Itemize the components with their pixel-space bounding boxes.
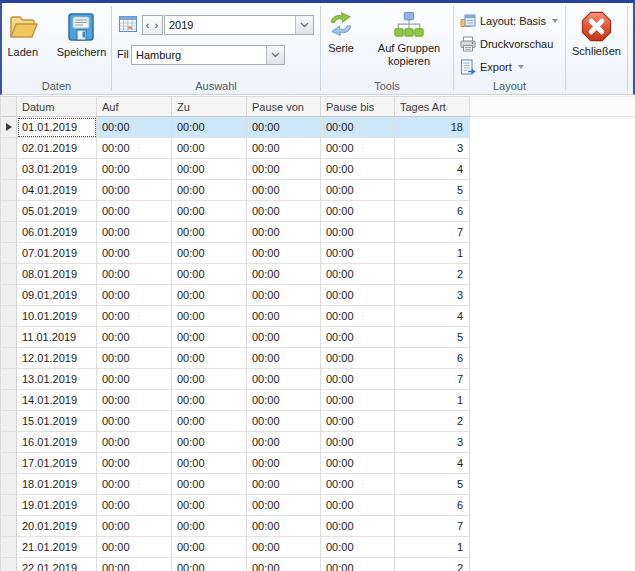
cell-auf[interactable]: 00:00 [97,495,172,516]
cell-pause-von[interactable]: 00:00 [247,243,321,264]
cell-pause-bis[interactable]: 00:00 [321,285,395,306]
cell-pause-von[interactable]: 00:00 [247,201,321,222]
cell-pause-bis[interactable]: 00:00 [321,159,395,180]
column-header-auf[interactable]: Auf [97,96,172,117]
table-row[interactable]: 03.01.201900:0000:0000:0000:004 [0,159,635,180]
cell-pause-bis[interactable]: 00:00 [321,327,395,348]
cell-auf[interactable]: 00:00 [97,117,172,138]
cell-tages-art[interactable]: 2 [395,558,470,571]
cell-pause-bis[interactable]: 00:00 [321,453,395,474]
cell-pause-bis[interactable]: 00:00 [321,537,395,558]
row-selector-gutter[interactable] [0,390,17,411]
cell-datum[interactable]: 08.01.2019 [17,264,97,285]
export-button[interactable]: Export [457,57,527,77]
cell-tages-art[interactable]: 1 [395,390,470,411]
cell-pause-bis[interactable]: 00:00 [321,243,395,264]
cell-datum[interactable]: 10.01.2019 [17,306,97,327]
cell-zu[interactable]: 00:00 [172,180,247,201]
table-row[interactable]: 10.01.201900:0000:0000:0000:004 [0,306,635,327]
cell-datum[interactable]: 15.01.2019 [17,411,97,432]
cell-tages-art[interactable]: 4 [395,159,470,180]
cell-pause-bis[interactable]: 00:00 [321,306,395,327]
cell-tages-art[interactable]: 6 [395,348,470,369]
cell-pause-bis[interactable]: 00:00 [321,516,395,537]
cell-auf[interactable]: 00:00 [97,285,172,306]
cell-datum[interactable]: 14.01.2019 [17,390,97,411]
table-row[interactable]: 18.01.201900:0000:0000:0000:005 [0,474,635,495]
cell-pause-bis[interactable]: 00:00 [321,117,395,138]
cell-auf[interactable]: 00:00 [97,264,172,285]
layout-basis-button[interactable]: Layout: Basis [457,11,561,31]
row-selector-gutter[interactable] [0,453,17,474]
row-selector-gutter[interactable] [0,222,17,243]
cell-pause-von[interactable]: 00:00 [247,432,321,453]
druckvorschau-button[interactable]: Druckvorschau [457,34,556,54]
cell-zu[interactable]: 00:00 [172,327,247,348]
cell-pause-von[interactable]: 00:00 [247,117,321,138]
cell-pause-bis[interactable]: 00:00 [321,474,395,495]
cell-pause-von[interactable]: 00:00 [247,390,321,411]
cell-pause-bis[interactable]: 00:00 [321,264,395,285]
cell-datum[interactable]: 16.01.2019 [17,432,97,453]
cell-pause-von[interactable]: 00:00 [247,222,321,243]
cell-pause-bis[interactable]: 00:00 [321,411,395,432]
cell-zu[interactable]: 00:00 [172,558,247,571]
table-row[interactable]: 19.01.201900:0000:0000:0000:006 [0,495,635,516]
row-selector-gutter[interactable] [0,180,17,201]
cell-tages-art[interactable]: 7 [395,369,470,390]
fil-dropdown-button[interactable] [266,46,284,64]
cell-zu[interactable]: 00:00 [172,474,247,495]
cell-datum[interactable]: 12.01.2019 [17,348,97,369]
cell-tages-art[interactable]: 5 [395,327,470,348]
year-combobox[interactable]: 2019 [164,15,314,35]
row-selector-gutter[interactable] [0,474,17,495]
cell-pause-bis[interactable]: 00:00 [321,222,395,243]
table-row[interactable]: 12.01.201900:0000:0000:0000:006 [0,348,635,369]
cell-datum[interactable]: 01.01.2019 [17,117,97,138]
cell-zu[interactable]: 00:00 [172,243,247,264]
cell-tages-art[interactable]: 4 [395,453,470,474]
cell-pause-bis[interactable]: 00:00 [321,348,395,369]
cell-pause-von[interactable]: 00:00 [247,453,321,474]
cell-datum[interactable]: 05.01.2019 [17,201,97,222]
table-row[interactable]: 05.01.201900:0000:0000:0000:006 [0,201,635,222]
row-selector-gutter[interactable] [0,138,17,159]
row-selector-gutter[interactable] [0,117,17,138]
cell-auf[interactable]: 00:00 [97,432,172,453]
cell-tages-art[interactable]: 3 [395,285,470,306]
cell-datum[interactable]: 19.01.2019 [17,495,97,516]
table-row[interactable]: 01.01.201900:0000:0000:0000:0018 [0,117,635,138]
cell-auf[interactable]: 00:00 [97,453,172,474]
table-row[interactable]: 04.01.201900:0000:0000:0000:005 [0,180,635,201]
cell-tages-art[interactable]: 5 [395,474,470,495]
cell-pause-von[interactable]: 00:00 [247,558,321,571]
cell-pause-von[interactable]: 00:00 [247,495,321,516]
serie-button[interactable]: Serie [322,9,360,70]
cell-pause-von[interactable]: 00:00 [247,348,321,369]
cell-pause-von[interactable]: 00:00 [247,264,321,285]
cell-auf[interactable]: 00:00 [97,159,172,180]
cell-datum[interactable]: 11.01.2019 [17,327,97,348]
table-row[interactable]: 16.01.201900:0000:0000:0000:003 [0,432,635,453]
cell-zu[interactable]: 00:00 [172,264,247,285]
cell-zu[interactable]: 00:00 [172,138,247,159]
table-row[interactable]: 11.01.201900:0000:0000:0000:005 [0,327,635,348]
cell-zu[interactable]: 00:00 [172,348,247,369]
row-selector-gutter[interactable] [0,411,17,432]
table-row[interactable]: 22.01.201900:0000:0000:0000:002 [0,558,635,571]
schliessen-button[interactable]: Schließen [568,9,625,60]
cell-tages-art[interactable]: 1 [395,243,470,264]
cell-auf[interactable]: 00:00 [97,411,172,432]
cell-datum[interactable]: 02.01.2019 [17,138,97,159]
row-selector-gutter[interactable] [0,432,17,453]
calendar-button[interactable] [118,15,138,33]
cell-auf[interactable]: 00:00 [97,327,172,348]
column-header-pause-bis[interactable]: Pause bis [321,96,395,117]
cell-tages-art[interactable]: 2 [395,411,470,432]
cell-datum[interactable]: 13.01.2019 [17,369,97,390]
cell-pause-bis[interactable]: 00:00 [321,138,395,159]
cell-auf[interactable]: 00:00 [97,558,172,571]
cell-auf[interactable]: 00:00 [97,474,172,495]
cell-tages-art[interactable]: 1 [395,537,470,558]
cell-tages-art[interactable]: 18 [395,117,470,138]
